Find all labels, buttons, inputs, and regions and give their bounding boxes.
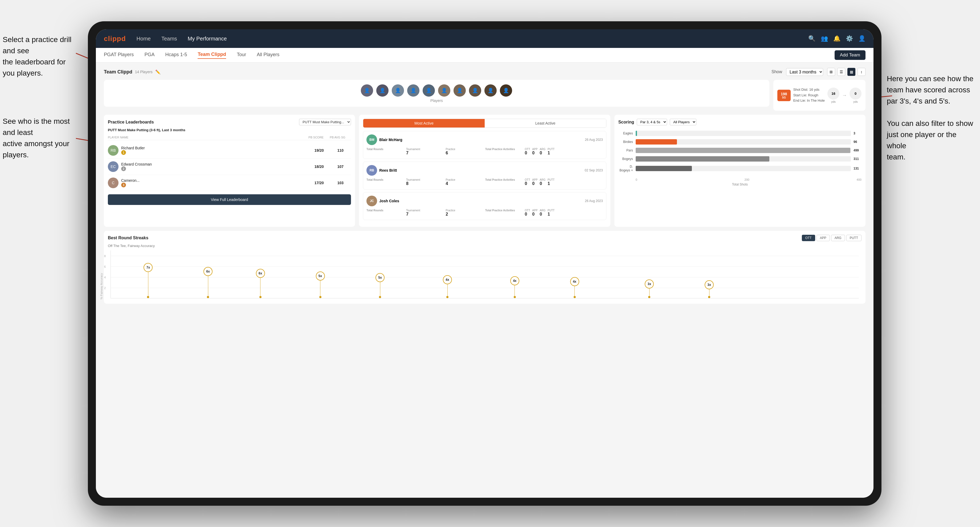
practice-activities-vals-2: OTT0 APP0 ARG0 PUTT1 xyxy=(525,178,603,186)
avatar-8[interactable]: 👤 xyxy=(468,84,482,97)
settings-icon[interactable]: ⚙️ xyxy=(846,35,853,42)
avatar-7[interactable]: 👤 xyxy=(453,84,466,97)
score-2: 18/20 xyxy=(309,165,330,169)
scoring-header: Scoring Par 3, 4 & 5s All Players xyxy=(618,119,861,125)
user-avatar[interactable]: 👤 xyxy=(858,35,865,42)
streak-tab-app[interactable]: APP xyxy=(816,235,830,241)
scoring-filter-par[interactable]: Par 3, 4 & 5s xyxy=(637,119,667,125)
view-grid-icon[interactable]: ⊞ xyxy=(827,68,835,76)
subnav-team-clippd[interactable]: Team Clippd xyxy=(197,52,226,59)
view-list-icon[interactable]: ☰ xyxy=(837,68,845,76)
streak-circle-5: 5x xyxy=(375,273,385,282)
score-1: 19/20 xyxy=(309,148,330,152)
streak-circle-8: 4x xyxy=(570,277,579,286)
bar-label-pars: Pars xyxy=(618,149,633,152)
activity-stats-2: Total Rounds Tournament 8 Practice 4 xyxy=(366,178,603,186)
end-lie: End Lie: In The Hole xyxy=(793,98,825,103)
streak-tab-putt[interactable]: PUTT xyxy=(846,235,861,241)
xlabel-400: 400 xyxy=(857,178,861,181)
subnav-hcaps[interactable]: Hcaps 1-5 xyxy=(165,52,187,59)
leaderboard-title: Practice Leaderboards xyxy=(108,120,154,125)
scoring-card: Scoring Par 3, 4 & 5s All Players Eagles xyxy=(614,115,865,227)
view-icons: ⊞ ☰ ▦ ↕ xyxy=(827,68,865,76)
activity-name-1: BM Blair McHarg xyxy=(366,135,402,145)
bell-icon[interactable]: 🔔 xyxy=(833,35,840,42)
streak-dot-4 xyxy=(319,296,321,298)
header-pb-avg: PB AVG SG xyxy=(330,136,351,139)
people-icon[interactable]: 👥 xyxy=(821,35,828,42)
stat-practice-col-2: Practice 4 xyxy=(445,178,484,186)
bar-label-bogeys: Bogeys xyxy=(618,157,633,161)
avatar-6[interactable]: 👤 xyxy=(438,84,451,97)
bar-value-dbogeys: 131 xyxy=(854,167,861,170)
view-card-icon[interactable]: ▦ xyxy=(847,68,855,76)
subnav-tour[interactable]: Tour xyxy=(237,52,246,59)
streaks-chart: 8 6 4 2 7x 6x 6x xyxy=(110,251,859,298)
streak-dot-10 xyxy=(708,296,710,298)
avatar-5[interactable]: 👤 xyxy=(422,84,435,97)
leaderboard-row-2: EC Edward Crossman 2 18/20 107 xyxy=(108,159,351,175)
streak-line-4 xyxy=(320,281,320,296)
xlabel-200: 200 xyxy=(745,178,749,181)
streak-line-10 xyxy=(709,289,710,296)
team-controls: Show Last 3 months ⊞ ☰ ▦ ↕ xyxy=(772,68,865,76)
streak-tab-arg[interactable]: ARG xyxy=(831,235,845,241)
yard-value-2: 0 xyxy=(850,87,861,100)
activity-date-3: 26 Aug 2023 xyxy=(585,199,603,203)
players-row: 👤 👤 👤 👤 👤 👤 👤 👤 👤 👤 Players xyxy=(104,80,769,107)
activity-card: Most Active Least Active BM Blair McHarg… xyxy=(359,115,610,227)
y-label-4: 2 xyxy=(104,286,106,290)
streak-pin-2: 6x xyxy=(204,267,213,298)
drill-select[interactable]: PUTT Must Make Putting... xyxy=(299,119,351,125)
players-col: 👤 👤 👤 👤 👤 👤 👤 👤 👤 👤 Players xyxy=(109,84,764,103)
stat-tournament-col-3: Tournament 7 xyxy=(406,209,445,217)
shot-yds1: 16 yds xyxy=(827,87,839,103)
bar-label-eagles: Eagles xyxy=(618,132,633,135)
header-pb-score: PB SCORE xyxy=(309,136,330,139)
avatar-10[interactable]: 👤 xyxy=(499,84,513,97)
avatar-2[interactable]: 👤 xyxy=(376,84,389,97)
nav-my-performance[interactable]: My Performance xyxy=(188,36,227,42)
bar-track-pars xyxy=(636,148,851,153)
avatar-9[interactable]: 👤 xyxy=(484,84,497,97)
streak-dot-7 xyxy=(514,296,516,298)
stat-tournament-col-2: Tournament 8 xyxy=(406,178,445,186)
y-axis-label: % Fairway Accuracy xyxy=(100,273,103,300)
stat-practice-col-3: Practice 2 xyxy=(445,209,484,217)
most-active-tab[interactable]: Most Active xyxy=(363,119,485,127)
view-sort-icon[interactable]: ↕ xyxy=(858,68,865,76)
search-icon[interactable]: 🔍 xyxy=(808,35,815,42)
activity-stats-3: Total Rounds Tournament 7 Practice 2 xyxy=(366,209,603,217)
practice-leaderboards-card: Practice Leaderboards PUTT Must Make Put… xyxy=(104,115,355,227)
nav-teams[interactable]: Teams xyxy=(161,36,177,42)
edit-team-icon[interactable]: ✏️ xyxy=(155,70,161,75)
subnav-pgat[interactable]: PGAT Players xyxy=(104,52,134,59)
nav-logo: clippd xyxy=(104,35,126,43)
main-content: Team Clippd 14 Players ✏️ Show Last 3 mo… xyxy=(96,62,873,498)
view-full-leaderboard-button[interactable]: View Full Leaderboard xyxy=(108,194,351,205)
avatar-3[interactable]: 👤 xyxy=(391,84,404,97)
player-name-2: Edward Crossman xyxy=(121,162,152,167)
subnav-all-players[interactable]: All Players xyxy=(257,52,279,59)
streak-pin-9: 3x xyxy=(645,279,654,298)
streak-dot-8 xyxy=(574,296,576,298)
yard-label-1: yds xyxy=(831,100,836,103)
streak-tab-ott[interactable]: OTT xyxy=(802,235,815,241)
show-label: Show xyxy=(772,70,782,74)
subnav-pga[interactable]: PGA xyxy=(144,52,154,59)
scoring-filter-players[interactable]: All Players xyxy=(670,119,696,125)
avatar-4[interactable]: 👤 xyxy=(407,84,420,97)
activity-tabs: Most Active Least Active xyxy=(363,119,606,128)
nav-home[interactable]: Home xyxy=(137,36,151,42)
least-active-tab[interactable]: Least Active xyxy=(485,119,606,127)
bar-fill-birdies xyxy=(636,139,677,144)
show-select[interactable]: Last 3 months xyxy=(786,68,823,76)
streak-dot-2 xyxy=(207,296,209,298)
activity-avatar-2: RB xyxy=(366,165,377,176)
avatar-1[interactable]: 👤 xyxy=(360,84,374,97)
bar-chart: Eagles 3 Birdies 96 xyxy=(618,129,861,177)
streak-line-6 xyxy=(447,284,448,296)
bar-row-pars: Pars 499 xyxy=(618,148,861,153)
add-team-button[interactable]: Add Team xyxy=(835,50,865,60)
stat-practice-activities-label-2: Total Practice Activities xyxy=(485,178,524,186)
